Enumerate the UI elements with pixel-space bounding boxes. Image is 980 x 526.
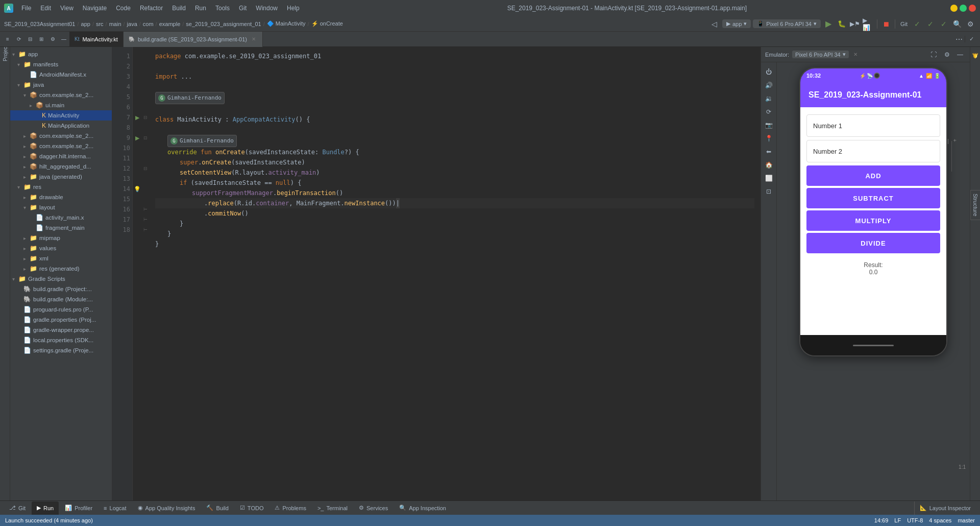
- tree-gradle-wrapper[interactable]: ▸ 📄 gradle-wrapper.prope...: [10, 325, 112, 335]
- maximize-button[interactable]: □: [960, 5, 967, 12]
- run-gutter-icon[interactable]: ▶: [135, 114, 139, 121]
- emu-vol-up[interactable]: 🔊: [763, 80, 774, 91]
- phone-btn-multiply[interactable]: MULTIPLY: [806, 210, 940, 231]
- tab-settings[interactable]: ⚙: [47, 34, 58, 45]
- breadcrumb-example[interactable]: example: [159, 21, 181, 27]
- menu-view[interactable]: View: [56, 4, 78, 13]
- tree-mipmap[interactable]: ▸ 📁 mipmap: [10, 233, 112, 243]
- project-icon[interactable]: Project: [1, 49, 9, 57]
- emu-back[interactable]: ⬅: [763, 146, 774, 157]
- bottom-tab-todo[interactable]: ☑ TODO: [235, 501, 269, 515]
- emu-overview[interactable]: ⬜: [763, 173, 774, 184]
- tree-gradle-props[interactable]: ▸ 📄 gradle.properties (Proj...: [10, 315, 112, 325]
- tree-com-example3[interactable]: ▸ 📦 com.example.se_2...: [10, 141, 112, 151]
- tree-com-example2[interactable]: ▸ 📦 com.example.se_2...: [10, 131, 112, 141]
- tree-fragment-main[interactable]: ▸ 📄 fragment_main: [10, 223, 112, 233]
- tab-buildgradle[interactable]: 🐘 build.gradle (SE_2019_023-Assignment-0…: [124, 32, 263, 47]
- bottom-tab-problems[interactable]: ⚠ Problems: [270, 501, 311, 515]
- menu-edit[interactable]: Edit: [36, 4, 55, 13]
- breadcrumb-src[interactable]: src: [96, 21, 104, 27]
- run-button[interactable]: ▶: [823, 18, 834, 30]
- tree-layout[interactable]: ▾ 📁 layout: [10, 202, 112, 212]
- breadcrumb-java[interactable]: java: [127, 21, 137, 27]
- git-button[interactable]: Git: [898, 18, 910, 30]
- profile-button[interactable]: ▶📊: [863, 18, 874, 30]
- bottom-tab-run[interactable]: ▶ Run: [32, 501, 59, 515]
- tab-close-all[interactable]: —: [58, 34, 69, 45]
- tree-hilt[interactable]: ▸ 📦 hilt_aggregated_d...: [10, 161, 112, 172]
- bottom-tab-app-quality[interactable]: ◉ App Quality Insights: [133, 501, 201, 515]
- breadcrumb-project[interactable]: SE_2019_023Assignment01: [4, 21, 75, 27]
- search-button[interactable]: 🔍: [951, 18, 963, 30]
- stop-button[interactable]: ⏹: [880, 18, 892, 30]
- settings-button[interactable]: ⚙: [965, 18, 976, 30]
- emu-fold[interactable]: ⊡: [763, 186, 774, 197]
- emulator-close[interactable]: ✕: [852, 51, 859, 58]
- tree-drawable[interactable]: ▸ 📁 drawable: [10, 192, 112, 202]
- tab-mainactivity[interactable]: Kt MainActivity.kt: [69, 32, 124, 47]
- bottom-tab-services[interactable]: ⚙ Services: [354, 501, 393, 515]
- bulb-gutter-icon[interactable]: 💡: [134, 186, 141, 193]
- phone-btn-subtract[interactable]: SUBTRACT: [806, 188, 940, 208]
- tree-res[interactable]: ▾ 📁 res: [10, 182, 112, 192]
- tree-androidmanifest[interactable]: ▸ 📄 AndroidManifest.x: [10, 69, 112, 80]
- structure-panel-tab[interactable]: Structure: [970, 190, 980, 220]
- tree-manifests[interactable]: ▾ 📁 manifests: [10, 59, 112, 69]
- tab-split-v[interactable]: ⊟: [24, 34, 36, 45]
- emu-home[interactable]: 🏠: [763, 159, 774, 171]
- tree-settings-gradle[interactable]: ▸ 📄 settings.gradle (Proje...: [10, 345, 112, 355]
- code-content[interactable]: package com.example.se_2019_023_assignme…: [149, 47, 761, 500]
- emu-location[interactable]: 📍: [763, 133, 774, 144]
- run-config-selector[interactable]: ▶ app ▾: [722, 19, 751, 28]
- tree-java[interactable]: ▾ 📁 java: [10, 80, 112, 90]
- menu-help[interactable]: Help: [283, 4, 304, 13]
- vcs-check3[interactable]: ✓: [938, 18, 949, 30]
- tree-res-generated[interactable]: ▸ 📁 res (generated): [10, 264, 112, 274]
- tree-proguard[interactable]: ▸ 📄 proguard-rules.pro (P...: [10, 304, 112, 315]
- menu-git[interactable]: Git: [235, 4, 251, 13]
- bottom-tab-git[interactable]: ⎇ Git: [4, 501, 31, 515]
- status-vcs[interactable]: master: [958, 517, 975, 523]
- emu-power[interactable]: ⏻: [763, 66, 774, 78]
- device-selector[interactable]: 📱 Pixel 6 Pro API 34 ▾: [753, 19, 821, 28]
- editor-menu-btn[interactable]: ⋯: [953, 34, 965, 45]
- tree-build-gradle-proj[interactable]: ▸ 🐘 build.gradle (Project:...: [10, 284, 112, 294]
- vcs-check1[interactable]: ✓: [912, 18, 923, 30]
- emu-snapshot[interactable]: 📷: [763, 119, 774, 131]
- run-gutter-icon-9[interactable]: ▶: [135, 135, 139, 141]
- status-encoding[interactable]: UTF-8: [907, 517, 923, 523]
- tree-ui-main[interactable]: ▸ 📦 ui.main: [10, 100, 112, 110]
- notifications-icon[interactable]: 🔔: [971, 51, 979, 61]
- phone-btn-divide[interactable]: DIVIDE: [806, 233, 940, 253]
- tab-list-btn[interactable]: ≡: [2, 34, 13, 45]
- breadcrumb-package[interactable]: se_2019_023_assignment_01: [186, 21, 261, 27]
- status-indent[interactable]: 4 spaces: [929, 517, 951, 523]
- tab-recent[interactable]: ⟳: [13, 34, 24, 45]
- tree-build-gradle-module[interactable]: ▸ 🐘 build.gradle (Module:...: [10, 294, 112, 304]
- bottom-tab-logcat[interactable]: ≡ Logcat: [99, 501, 131, 515]
- menu-refactor[interactable]: Refactor: [136, 4, 167, 13]
- minimize-button[interactable]: —: [950, 5, 958, 12]
- tree-java-generated[interactable]: ▸ 📁 java (generated): [10, 172, 112, 182]
- emu-rotate[interactable]: ⟳: [763, 106, 774, 117]
- emulator-settings-btn[interactable]: ⚙: [941, 49, 952, 60]
- emulator-device-selector[interactable]: Pixel 6 Pro API 34 ▾: [792, 51, 849, 58]
- tab-buildgradle-close[interactable]: ✕: [250, 36, 257, 42]
- bottom-tab-profiler[interactable]: 📊 Profiler: [60, 501, 97, 515]
- emulator-expand[interactable]: ⛶: [928, 49, 939, 60]
- menu-run[interactable]: Run: [191, 4, 210, 13]
- tree-local-properties[interactable]: ▸ 📄 local.properties (SDK...: [10, 335, 112, 345]
- tree-app[interactable]: ▾ 📁 app: [10, 49, 112, 59]
- tree-mainapplication[interactable]: ▸ K MainApplication: [10, 121, 112, 131]
- menu-navigate[interactable]: Navigate: [79, 4, 111, 13]
- emulator-close-btn[interactable]: —: [954, 49, 966, 60]
- breadcrumb-main[interactable]: main: [109, 21, 121, 27]
- bottom-tab-terminal[interactable]: >_ Terminal: [312, 501, 353, 515]
- bottom-tab-layout-inspector[interactable]: 📐 Layout Inspector: [915, 501, 976, 515]
- menu-build[interactable]: Build: [168, 4, 190, 13]
- tree-values[interactable]: ▸ 📁 values: [10, 243, 112, 253]
- coverage-button[interactable]: ▶⚑: [849, 18, 861, 30]
- code-editor[interactable]: 1 2 3 4 5 6 7 8 9 10 11 12 13 14 15 16 1…: [112, 47, 761, 500]
- tree-xml[interactable]: ▸ 📁 xml: [10, 253, 112, 264]
- menu-file[interactable]: File: [17, 4, 35, 13]
